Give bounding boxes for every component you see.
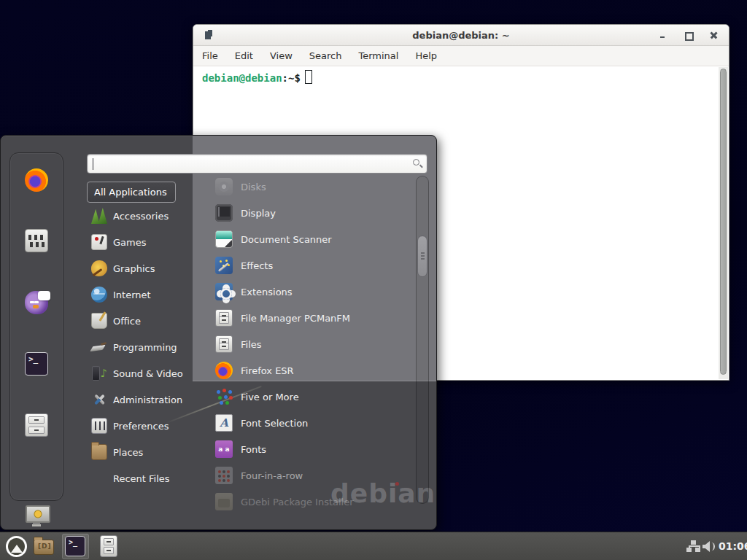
app-extensions[interactable]: Extensions <box>195 279 408 305</box>
app-label: Effects <box>241 260 273 271</box>
file-manager-launcher[interactable] <box>34 540 54 555</box>
fontsel-icon <box>215 414 233 432</box>
favorite-firefox[interactable] <box>25 168 48 192</box>
favorite-keyboard[interactable] <box>25 229 48 252</box>
app-label: Display <box>241 208 276 219</box>
app-label: Firefox ESR <box>241 365 294 376</box>
category-preferences[interactable]: Preferences <box>87 413 193 439</box>
terminal-scrollbar[interactable] <box>719 67 728 379</box>
app-label: Fonts <box>241 444 266 455</box>
clock[interactable]: 01:06 <box>719 540 747 552</box>
app-fonts[interactable]: Fonts <box>195 436 408 462</box>
places-icon <box>91 444 107 460</box>
games-icon <box>91 234 107 250</box>
terminal-scrollbar-thumb[interactable] <box>720 69 727 375</box>
category-list: AccessoriesGamesGraphicsInternetOfficePr… <box>87 203 193 491</box>
app-label: Five or More <box>241 392 299 402</box>
app-menu-button[interactable] <box>6 536 27 557</box>
category-label: Administration <box>113 394 182 405</box>
terminal-icon <box>65 536 85 556</box>
terminal-titlebar[interactable]: debian@debian: ~ <box>193 25 729 46</box>
app-file-manager-pcmanfm[interactable]: File Manager PCManFM <box>195 305 408 331</box>
terminal-menubar: FileEditViewSearchTerminalHelp <box>193 46 729 66</box>
prefs-icon <box>91 418 107 434</box>
search-icon <box>413 159 419 166</box>
app-gdebi-package-installer[interactable]: GDebi Package Installer <box>195 489 408 515</box>
terminal-menu-file[interactable]: File <box>202 50 218 61</box>
admin-icon <box>91 392 107 408</box>
prompt-suffix: :~$ <box>282 72 301 84</box>
fivemore-icon <box>215 388 233 405</box>
terminal-window-title: debian@debian: ~ <box>193 30 729 41</box>
fourrow-icon <box>215 467 233 484</box>
app-files[interactable]: Files <box>195 331 408 357</box>
extensions-icon <box>215 283 233 300</box>
app-four-in-a-row[interactable]: Four-in-a-row <box>195 462 408 489</box>
category-label: Programming <box>113 342 177 353</box>
shell-prompt: debian@debian:~$ <box>202 70 312 84</box>
app-document-scanner[interactable]: Document Scanner <box>195 226 408 252</box>
app-label: Disks <box>241 182 266 192</box>
category-programming[interactable]: Programming <box>87 334 193 360</box>
menu-scrollbar-thumb[interactable] <box>417 236 427 277</box>
minimize-button[interactable] <box>658 31 667 40</box>
category-recent-files[interactable]: Recent Files <box>87 465 193 491</box>
category-label: Games <box>113 237 146 248</box>
favorite-file-manager[interactable] <box>25 413 48 437</box>
effects-icon <box>215 257 233 274</box>
category-label: Graphics <box>113 263 155 274</box>
all-applications-label: All Applications <box>94 187 167 198</box>
prompt-user: debian@debian <box>202 72 282 84</box>
maximize-button[interactable] <box>684 31 693 40</box>
files-launcher[interactable] <box>100 535 117 557</box>
category-office[interactable]: Office <box>87 308 193 334</box>
taskbar-terminal-task[interactable] <box>62 534 89 559</box>
category-sound-video[interactable]: Sound & Video <box>87 360 193 386</box>
app-disks[interactable]: Disks <box>195 174 408 200</box>
category-label: Internet <box>113 289 151 300</box>
applications-menu: debian All Applications AccessoriesGames… <box>0 135 437 530</box>
graphics-icon <box>91 260 107 276</box>
search-input[interactable] <box>87 154 427 174</box>
category-label: Accessories <box>113 211 169 222</box>
cabinet-icon <box>215 309 233 327</box>
category-all-applications[interactable]: All Applications <box>87 182 176 203</box>
category-graphics[interactable]: Graphics <box>87 255 193 281</box>
favorites-frame <box>9 152 63 501</box>
sound-icon <box>91 365 107 381</box>
terminal-menu-edit[interactable]: Edit <box>235 50 253 61</box>
terminal-menu-help[interactable]: Help <box>415 50 437 61</box>
office-icon <box>91 313 107 329</box>
favorite-pidgin[interactable] <box>25 291 48 314</box>
app-five-or-more[interactable]: Five or More <box>195 384 408 410</box>
app-label: GDebi Package Installer <box>241 497 354 508</box>
category-accessories[interactable]: Accessories <box>87 203 193 229</box>
terminal-menu-search[interactable]: Search <box>309 50 342 61</box>
category-administration[interactable]: Administration <box>87 386 193 413</box>
category-label: Recent Files <box>113 473 170 484</box>
app-label: Files <box>241 339 262 350</box>
app-label: File Manager PCManFM <box>241 313 350 324</box>
network-icon[interactable] <box>686 540 700 553</box>
terminal-menu-view[interactable]: View <box>270 50 293 61</box>
app-firefox-esr[interactable]: Firefox ESR <box>195 357 408 384</box>
category-label: Office <box>113 316 141 327</box>
category-label: Places <box>113 447 143 458</box>
category-internet[interactable]: Internet <box>87 281 193 308</box>
menu-scrollbar-track[interactable] <box>416 176 429 504</box>
cabinet-icon <box>215 335 233 353</box>
favorite-terminal[interactable] <box>25 352 48 376</box>
category-games[interactable]: Games <box>87 229 193 255</box>
app-effects[interactable]: Effects <box>195 252 408 279</box>
taskbar: 01:06 <box>0 532 747 560</box>
close-button[interactable] <box>709 31 719 40</box>
programming-icon <box>91 339 107 355</box>
category-label: Preferences <box>113 421 169 432</box>
lock-screen-button[interactable] <box>25 504 48 527</box>
terminal-menu-terminal[interactable]: Terminal <box>358 50 398 61</box>
volume-icon[interactable] <box>703 540 716 553</box>
app-display[interactable]: Display <box>195 200 408 226</box>
category-places[interactable]: Places <box>87 439 193 465</box>
app-font-selection[interactable]: Font Selection <box>195 410 408 436</box>
fonts-icon <box>215 440 233 458</box>
